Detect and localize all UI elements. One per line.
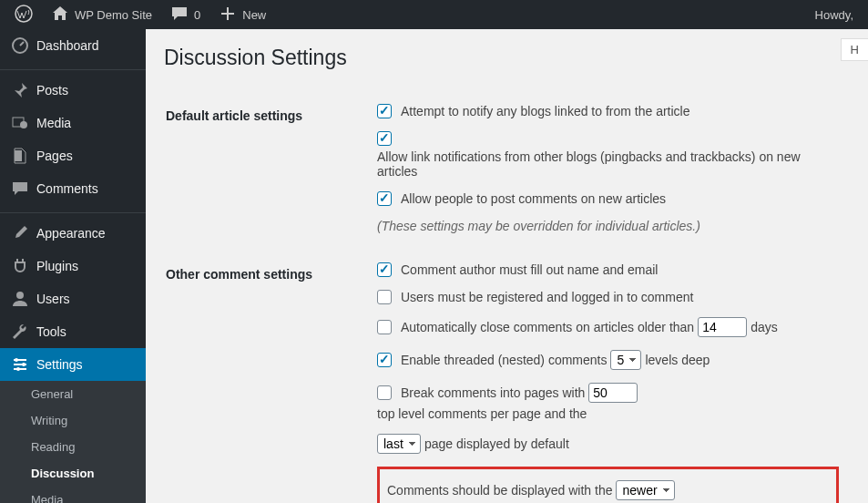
brush-icon [11, 224, 29, 242]
sidebar-item-label: Dashboard [36, 38, 99, 53]
sidebar-item-label: Appearance [36, 226, 106, 241]
new-content[interactable]: New [211, 0, 273, 29]
select-default-page[interactable]: last [377, 434, 421, 454]
sidebar-item-comments[interactable]: Comments [0, 172, 146, 205]
checkbox-paginate-comments[interactable] [377, 385, 392, 400]
sidebar-item-label: Settings [36, 357, 83, 372]
sidebar-item-label: Tools [36, 324, 66, 339]
sidebar-item-posts[interactable]: Posts [0, 74, 146, 107]
submenu-item-general[interactable]: General [0, 381, 146, 407]
label: Break comments into pages with [401, 385, 585, 400]
select-thread-depth[interactable]: 5 [610, 350, 641, 370]
sidebar-item-label: Pages [36, 149, 73, 163]
menu-separator [0, 66, 146, 70]
label: Enable threaded (nested) comments [401, 353, 607, 367]
wp-logo[interactable] [7, 0, 40, 29]
checkbox-threaded-comments[interactable] [377, 353, 392, 367]
sidebar-item-settings[interactable]: Settings [0, 348, 146, 381]
sidebar-item-users[interactable]: Users [0, 282, 146, 315]
sidebar-item-label: Plugins [36, 259, 78, 273]
label: Allow link notifications from other blog… [377, 149, 839, 179]
label: Users must be registered and logged in t… [401, 290, 693, 304]
sidebar-item-dashboard[interactable]: Dashboard [0, 29, 146, 62]
menu-separator [0, 209, 146, 213]
sidebar-item-label: Posts [36, 83, 68, 98]
media-icon [11, 114, 29, 132]
sliders-icon [11, 355, 29, 374]
wrench-icon [11, 323, 29, 341]
site-link[interactable]: WP Demo Site [44, 0, 159, 29]
sidebar-item-plugins[interactable]: Plugins [0, 250, 146, 282]
sidebar-item-tools[interactable]: Tools [0, 315, 146, 348]
svg-point-6 [15, 358, 18, 362]
override-hint: (These settings may be overridden for in… [377, 219, 839, 233]
home-icon [51, 5, 69, 26]
checkbox-auto-close[interactable] [377, 320, 392, 334]
svg-point-7 [22, 363, 26, 366]
checkbox-allow-comments[interactable] [377, 191, 392, 206]
sidebar-item-label: Comments [36, 181, 98, 196]
sidebar-item-appearance[interactable]: Appearance [0, 217, 146, 250]
comment-count: 0 [194, 8, 200, 22]
page-title: Discussion Settings [164, 46, 850, 70]
settings-submenu: General Writing Reading Discussion Media [0, 381, 146, 503]
dashboard-icon [11, 36, 29, 55]
sidebar-item-label: Media [36, 116, 71, 130]
page-icon [11, 147, 29, 165]
label: levels deep [645, 353, 710, 367]
section-heading-other-comment: Other comment settings [166, 249, 366, 503]
comment-icon [170, 5, 189, 26]
site-name: WP Demo Site [75, 8, 152, 22]
plugin-icon [11, 257, 29, 275]
new-label: New [242, 8, 266, 22]
checkbox-notify-linked-blogs[interactable] [377, 104, 392, 118]
wordpress-icon [15, 5, 33, 26]
comments-link[interactable]: 0 [163, 0, 208, 29]
admin-sidebar: Dashboard Posts Media Pages Comments App… [0, 29, 146, 503]
sidebar-item-pages[interactable]: Pages [0, 139, 146, 172]
input-close-days[interactable] [698, 317, 747, 337]
label: Attempt to notify any blogs linked to fr… [401, 104, 690, 118]
label: Automatically close comments on articles… [401, 320, 694, 334]
comment-icon [11, 180, 29, 198]
label: Comment author must fill out name and em… [401, 262, 658, 277]
submenu-item-media[interactable]: Media [0, 487, 146, 503]
submenu-item-reading[interactable]: Reading [0, 434, 146, 460]
section-heading-default-article: Default article settings [166, 90, 366, 247]
svg-point-8 [16, 367, 20, 371]
user-icon [11, 290, 29, 308]
svg-point-3 [20, 121, 27, 128]
checkbox-require-name-email[interactable] [377, 262, 392, 277]
select-comment-order[interactable]: newer [616, 480, 675, 500]
label: Allow people to post comments on new art… [401, 191, 666, 206]
pin-icon [11, 81, 29, 99]
howdy-text: Howdy, [815, 8, 853, 22]
label: Comments should be displayed with the [387, 483, 612, 498]
label: days [751, 320, 778, 334]
sidebar-item-media[interactable]: Media [0, 107, 146, 139]
checkbox-allow-pingbacks[interactable] [377, 131, 392, 146]
checkbox-require-registration[interactable] [377, 290, 392, 304]
submenu-item-writing[interactable]: Writing [0, 407, 146, 434]
svg-rect-4 [15, 150, 22, 161]
howdy-account[interactable]: Howdy, [808, 0, 861, 29]
main-content: H Discussion Settings Default article se… [146, 29, 868, 503]
admin-toolbar: WP Demo Site 0 New Howdy, [0, 0, 868, 29]
label: top level comments per page and the [377, 406, 587, 421]
svg-point-5 [16, 292, 24, 299]
input-comments-per-page[interactable] [588, 383, 638, 403]
highlighted-setting: Comments should be displayed with thenew… [377, 467, 839, 503]
label: page displayed by default [424, 436, 569, 451]
help-tab[interactable]: H [841, 38, 868, 61]
plus-icon [219, 5, 237, 26]
sidebar-item-label: Users [36, 292, 70, 306]
submenu-item-discussion[interactable]: Discussion [0, 460, 146, 487]
